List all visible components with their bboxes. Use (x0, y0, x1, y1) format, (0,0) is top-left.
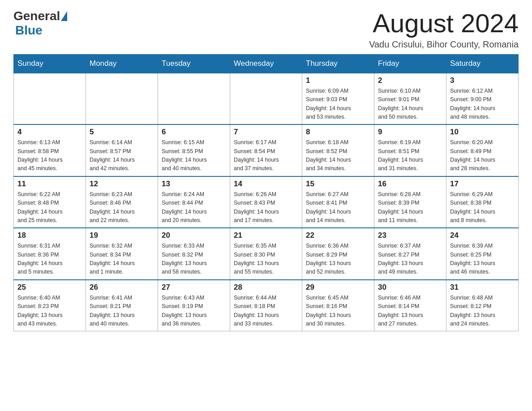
day-info: Sunrise: 6:27 AM Sunset: 8:41 PM Dayligh… (306, 190, 370, 225)
day-number: 1 (306, 76, 370, 85)
calendar-cell: 9Sunrise: 6:19 AM Sunset: 8:51 PM Daylig… (374, 124, 446, 176)
day-info: Sunrise: 6:44 AM Sunset: 8:18 PM Dayligh… (234, 294, 298, 329)
calendar-cell: 18Sunrise: 6:31 AM Sunset: 8:36 PM Dayli… (14, 228, 86, 280)
calendar-header-row: SundayMondayTuesdayWednesdayThursdayFrid… (14, 54, 519, 73)
logo-blue-text: Blue (15, 23, 43, 37)
day-number: 27 (162, 283, 226, 292)
calendar-header-saturday: Saturday (446, 54, 519, 73)
day-number: 14 (234, 180, 298, 188)
calendar-header-tuesday: Tuesday (158, 54, 230, 73)
day-number: 23 (378, 231, 442, 240)
calendar-week-row: 25Sunrise: 6:40 AM Sunset: 8:23 PM Dayli… (14, 280, 519, 331)
day-info: Sunrise: 6:41 AM Sunset: 8:21 PM Dayligh… (90, 294, 154, 329)
calendar-week-row: 4Sunrise: 6:13 AM Sunset: 8:58 PM Daylig… (14, 124, 519, 176)
location-text: Vadu Crisului, Bihor County, Romania (369, 39, 519, 50)
calendar-cell: 8Sunrise: 6:18 AM Sunset: 8:52 PM Daylig… (302, 124, 374, 176)
day-info: Sunrise: 6:22 AM Sunset: 8:48 PM Dayligh… (17, 190, 82, 225)
calendar-cell: 29Sunrise: 6:45 AM Sunset: 8:16 PM Dayli… (302, 280, 374, 331)
calendar-cell: 16Sunrise: 6:28 AM Sunset: 8:39 PM Dayli… (374, 176, 446, 228)
calendar-cell: 13Sunrise: 6:24 AM Sunset: 8:44 PM Dayli… (158, 176, 230, 228)
day-number: 31 (450, 283, 515, 292)
day-number: 18 (17, 231, 82, 240)
day-number: 24 (450, 231, 515, 240)
calendar-cell (86, 73, 158, 125)
day-number: 22 (306, 231, 370, 240)
calendar-cell: 26Sunrise: 6:41 AM Sunset: 8:21 PM Dayli… (86, 280, 158, 331)
logo-triangle-icon (61, 11, 67, 21)
calendar-header-monday: Monday (86, 54, 158, 73)
logo-general-text: General (13, 9, 60, 23)
day-number: 26 (90, 283, 154, 292)
calendar-cell: 28Sunrise: 6:44 AM Sunset: 8:18 PM Dayli… (230, 280, 302, 331)
day-number: 29 (306, 283, 370, 292)
day-info: Sunrise: 6:12 AM Sunset: 9:00 PM Dayligh… (450, 87, 515, 122)
calendar-cell: 11Sunrise: 6:22 AM Sunset: 8:48 PM Dayli… (14, 176, 86, 228)
day-info: Sunrise: 6:32 AM Sunset: 8:34 PM Dayligh… (90, 242, 154, 277)
page-header: General Blue August 2024 Vadu Crisului, … (13, 9, 519, 50)
day-number: 17 (450, 180, 515, 188)
day-number: 20 (162, 231, 226, 240)
calendar-week-row: 11Sunrise: 6:22 AM Sunset: 8:48 PM Dayli… (14, 176, 519, 228)
day-info: Sunrise: 6:17 AM Sunset: 8:54 PM Dayligh… (234, 138, 298, 173)
day-info: Sunrise: 6:23 AM Sunset: 8:46 PM Dayligh… (90, 190, 154, 225)
day-number: 21 (234, 231, 298, 240)
calendar-header-thursday: Thursday (302, 54, 374, 73)
day-info: Sunrise: 6:19 AM Sunset: 8:51 PM Dayligh… (378, 138, 442, 173)
title-section: August 2024 Vadu Crisului, Bihor County,… (369, 9, 519, 50)
day-info: Sunrise: 6:24 AM Sunset: 8:44 PM Dayligh… (162, 190, 226, 225)
day-info: Sunrise: 6:26 AM Sunset: 8:43 PM Dayligh… (234, 190, 298, 225)
calendar-cell: 25Sunrise: 6:40 AM Sunset: 8:23 PM Dayli… (14, 280, 86, 331)
day-number: 12 (90, 180, 154, 188)
calendar-table: SundayMondayTuesdayWednesdayThursdayFrid… (13, 54, 519, 332)
calendar-cell (158, 73, 230, 125)
calendar-cell: 31Sunrise: 6:48 AM Sunset: 8:12 PM Dayli… (446, 280, 519, 331)
day-number: 4 (17, 128, 82, 137)
day-info: Sunrise: 6:36 AM Sunset: 8:29 PM Dayligh… (306, 242, 370, 277)
calendar-week-row: 18Sunrise: 6:31 AM Sunset: 8:36 PM Dayli… (14, 228, 519, 280)
calendar-cell: 20Sunrise: 6:33 AM Sunset: 8:32 PM Dayli… (158, 228, 230, 280)
calendar-cell: 10Sunrise: 6:20 AM Sunset: 8:49 PM Dayli… (446, 124, 519, 176)
day-info: Sunrise: 6:18 AM Sunset: 8:52 PM Dayligh… (306, 138, 370, 173)
calendar-cell: 6Sunrise: 6:15 AM Sunset: 8:55 PM Daylig… (158, 124, 230, 176)
calendar-header-wednesday: Wednesday (230, 54, 302, 73)
day-number: 10 (450, 128, 515, 137)
calendar-cell: 19Sunrise: 6:32 AM Sunset: 8:34 PM Dayli… (86, 228, 158, 280)
day-info: Sunrise: 6:29 AM Sunset: 8:38 PM Dayligh… (450, 190, 515, 225)
calendar-header-friday: Friday (374, 54, 446, 73)
day-number: 11 (17, 180, 82, 188)
day-info: Sunrise: 6:31 AM Sunset: 8:36 PM Dayligh… (17, 242, 82, 277)
day-info: Sunrise: 6:40 AM Sunset: 8:23 PM Dayligh… (17, 294, 82, 329)
calendar-cell: 7Sunrise: 6:17 AM Sunset: 8:54 PM Daylig… (230, 124, 302, 176)
day-info: Sunrise: 6:48 AM Sunset: 8:12 PM Dayligh… (450, 294, 515, 329)
calendar-cell: 17Sunrise: 6:29 AM Sunset: 8:38 PM Dayli… (446, 176, 519, 228)
day-info: Sunrise: 6:33 AM Sunset: 8:32 PM Dayligh… (162, 242, 226, 277)
day-info: Sunrise: 6:35 AM Sunset: 8:30 PM Dayligh… (234, 242, 298, 277)
day-number: 16 (378, 180, 442, 188)
calendar-cell: 5Sunrise: 6:14 AM Sunset: 8:57 PM Daylig… (86, 124, 158, 176)
day-info: Sunrise: 6:46 AM Sunset: 8:14 PM Dayligh… (378, 294, 442, 329)
day-info: Sunrise: 6:43 AM Sunset: 8:19 PM Dayligh… (162, 294, 226, 329)
day-number: 9 (378, 128, 442, 137)
calendar-cell (230, 73, 302, 125)
calendar-cell: 2Sunrise: 6:10 AM Sunset: 9:01 PM Daylig… (374, 73, 446, 125)
day-info: Sunrise: 6:39 AM Sunset: 8:25 PM Dayligh… (450, 242, 515, 277)
day-info: Sunrise: 6:14 AM Sunset: 8:57 PM Dayligh… (90, 138, 154, 173)
logo-text: General (13, 9, 68, 23)
month-title: August 2024 (369, 9, 519, 38)
day-number: 30 (378, 283, 442, 292)
day-number: 8 (306, 128, 370, 137)
day-info: Sunrise: 6:28 AM Sunset: 8:39 PM Dayligh… (378, 190, 442, 225)
day-number: 2 (378, 76, 442, 85)
calendar-cell: 1Sunrise: 6:09 AM Sunset: 9:03 PM Daylig… (302, 73, 374, 125)
day-number: 19 (90, 231, 154, 240)
calendar-week-row: 1Sunrise: 6:09 AM Sunset: 9:03 PM Daylig… (14, 73, 519, 125)
day-number: 7 (234, 128, 298, 137)
calendar-cell: 27Sunrise: 6:43 AM Sunset: 8:19 PM Dayli… (158, 280, 230, 331)
day-info: Sunrise: 6:15 AM Sunset: 8:55 PM Dayligh… (162, 138, 226, 173)
calendar-cell: 15Sunrise: 6:27 AM Sunset: 8:41 PM Dayli… (302, 176, 374, 228)
day-number: 13 (162, 180, 226, 188)
calendar-header-sunday: Sunday (14, 54, 86, 73)
calendar-cell: 30Sunrise: 6:46 AM Sunset: 8:14 PM Dayli… (374, 280, 446, 331)
calendar-cell: 24Sunrise: 6:39 AM Sunset: 8:25 PM Dayli… (446, 228, 519, 280)
day-info: Sunrise: 6:13 AM Sunset: 8:58 PM Dayligh… (17, 138, 82, 173)
